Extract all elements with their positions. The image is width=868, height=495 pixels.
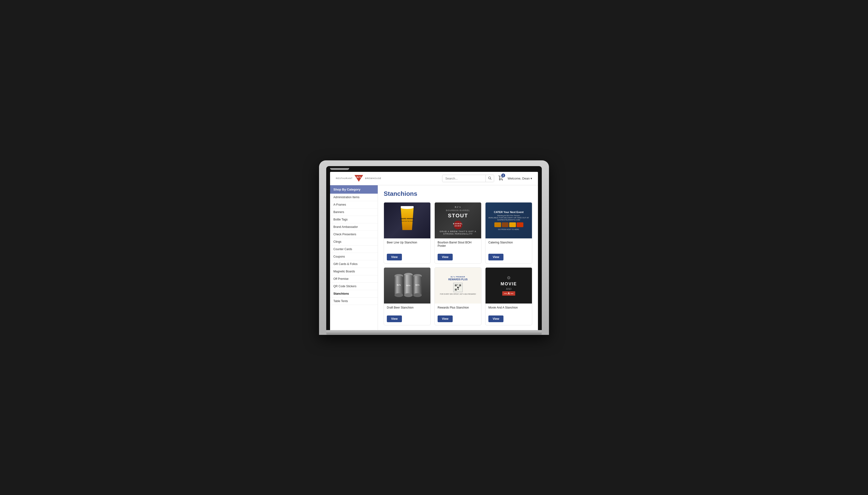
stout-main-word: STOUT [448,212,468,219]
catering-price: Starting At $10 Per Person. [497,215,520,217]
sidebar-item-table-tents[interactable]: Table Tents [330,297,378,305]
stout-visual: BJ's BOURBON BARREL STOUT BARRELAGED GRA… [435,203,481,238]
catering-headline: CATER Your Next Event [494,211,523,214]
product-name-catering: Catering Stanchion [488,241,529,244]
kegs-visual: BJ's BJ's BJ's [384,268,430,304]
product-info-rewards: Rewards Plus Stanchion [435,304,481,313]
product-image-stout: BJ's BOURBON BARREL STOUT BARRELAGED GRA… [435,203,481,238]
food-item-3 [509,222,516,227]
svg-text:BJ's: BJ's [406,284,411,287]
stout-brand: BJ's [455,206,461,208]
stout-emblem: BARRELAGED [454,221,462,229]
svg-point-17 [413,293,422,297]
product-info-kegs: Draft Beer Stanchion [384,304,430,313]
food-item-4 [517,222,523,227]
sidebar-item-off-premise[interactable]: Off Premise [330,275,378,283]
laptop-base [326,330,542,335]
search-bar [442,175,494,182]
product-footer-stout: View [435,252,481,263]
rewards-description: FOR EVERY $50 SPENT, GET A $10 REWARD! [440,293,476,295]
sidebar-item-check-presenters[interactable]: Check Presenters [330,231,378,238]
product-name-rewards: Rewards Plus Stanchion [438,306,478,309]
header-right: 2 Welcome, Dean ▾ [442,175,532,182]
product-card-catering: CATER Your Next Event Starting At $10 Pe… [485,202,532,263]
food-item-1 [494,222,501,227]
movie-text: MOVIE [501,281,517,287]
sidebar-item-a-frames[interactable]: A-Frames [330,201,378,208]
product-card-kegs: BJ's BJ's BJ's [384,267,431,325]
view-button-rewards[interactable]: View [438,315,453,322]
view-button-movie[interactable]: View [488,315,503,322]
food-item-2 [502,222,508,227]
content-area: Stanchions [378,185,538,330]
logo-area: RESTAURANT BJ's BREWHOUSE [336,175,381,182]
logo-letters: BJ's [357,176,361,178]
svg-rect-27 [455,289,456,290]
sidebar-item-clings[interactable]: Clings [330,238,378,245]
product-info-movie: Movie And A Stanchion [485,304,532,313]
svg-rect-29 [458,285,458,285]
stout-emblem-text: BARRELAGED [453,223,463,227]
product-image-beer: AWARD-WINNING HANDCRAFTED BEER! [384,203,430,238]
svg-rect-21 [455,285,456,286]
screen: RESTAURANT BJ's BREWHOUSE [330,172,538,330]
stout-subtitle: BOURBON BARREL [446,209,470,211]
svg-point-13 [404,293,413,297]
svg-rect-32 [458,289,459,290]
screen-bezel: RESTAURANT BJ's BREWHOUSE [326,166,542,330]
kegs-svg: BJ's BJ's BJ's [391,271,423,300]
view-button-catering[interactable]: View [488,254,503,260]
product-image-kegs: BJ's BJ's BJ's [384,268,430,304]
search-input[interactable] [443,175,485,182]
search-icon [488,176,491,180]
sidebar-item-gift-cards-folios[interactable]: Gift Cards & Folios [330,260,378,268]
sidebar-item-coupons[interactable]: Coupons [330,253,378,260]
cart-area[interactable]: 2 [498,175,504,182]
catering-food-items [494,222,523,227]
catering-tagline: GO FROM HOST TO HERE. [498,228,519,230]
product-footer-beer: View [384,252,430,263]
laptop-frame: RESTAURANT BJ's BREWHOUSE [319,160,549,335]
product-card-movie: ⚙ MOVIE AND — A — Movie And A Stanchion [485,267,532,325]
laptop-camera [330,168,349,170]
sidebar-item-administration-items[interactable]: Administration Items [330,194,378,201]
sidebar-item-brand-ambassador[interactable]: Brand Ambassador [330,223,378,231]
svg-text:BJ's: BJ's [416,284,420,286]
svg-rect-30 [457,287,459,288]
catering-visual: CATER Your Next Event Starting At $10 Pe… [485,203,532,238]
catering-website: BJSRESTAURANTS.COM [498,219,520,221]
movie-visual: ⚙ MOVIE AND — A — [485,268,532,304]
svg-rect-24 [460,285,461,286]
product-info-beer: Beer Line Up Stanchion [384,238,430,252]
svg-point-4 [401,206,414,209]
sidebar-header: Shop By Category [330,185,378,194]
welcome-user[interactable]: Welcome, Dean ▾ [507,177,532,180]
product-grid: AWARD-WINNING HANDCRAFTED BEER! Beer Lin… [384,202,532,325]
product-footer-catering: View [485,252,532,263]
header: RESTAURANT BJ's BREWHOUSE [330,172,538,185]
search-button[interactable] [485,175,494,182]
sidebar: Shop By Category Administration Items A-… [330,185,378,330]
svg-line-1 [490,178,491,180]
view-button-kegs[interactable]: View [387,315,402,322]
product-image-movie: ⚙ MOVIE AND — A — [485,268,532,304]
view-button-beer[interactable]: View [387,254,402,260]
sidebar-item-banners[interactable]: Banners [330,208,378,216]
logo-label-left: RESTAURANT [336,177,353,180]
qr-code-svg [454,284,462,291]
rewards-visual: BJ's PREMIER REWARDS PLUS [435,268,481,304]
product-footer-kegs: View [384,313,430,325]
product-name-kegs: Draft Beer Stanchion [387,306,428,309]
logo-label-right: BREWHOUSE [365,177,381,180]
sidebar-item-stanchions[interactable]: Stanchions [330,290,378,297]
sidebar-item-counter-cards[interactable]: Counter Cards [330,245,378,253]
svg-text:BJ's: BJ's [397,284,401,286]
rewards-qr [453,283,463,292]
sidebar-item-magnetic-boards[interactable]: Magnetic Boards [330,268,378,275]
product-card-stout: BJ's BOURBON BARREL STOUT BARRELAGED GRA… [434,202,481,263]
rewards-title: REWARDS PLUS [448,278,468,281]
view-button-stout[interactable]: View [438,254,453,260]
laptop-hinge [326,331,542,335]
sidebar-item-qr-code-stickers[interactable]: QR Code Stickers [330,283,378,290]
sidebar-item-bottle-tags[interactable]: Bottle Tags [330,216,378,223]
